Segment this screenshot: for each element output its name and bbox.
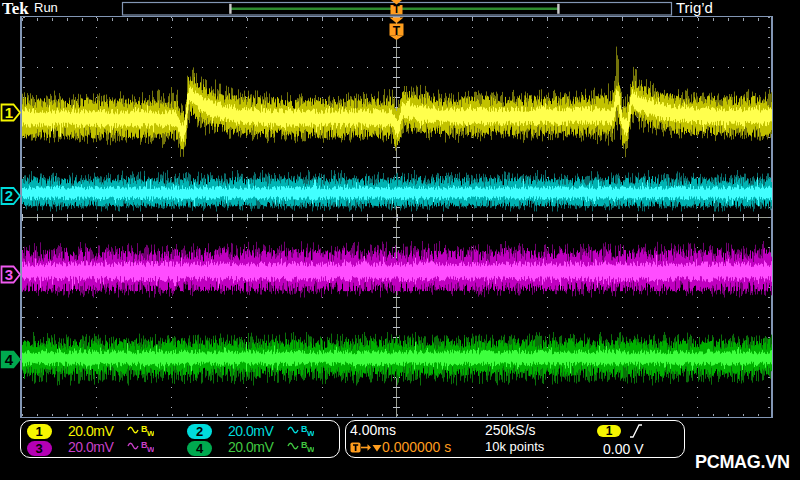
svg-text:2: 2 [5,187,13,204]
svg-text:T: T [393,3,400,15]
svg-text:4: 4 [5,351,14,368]
svg-text:W: W [307,445,314,453]
svg-text:1: 1 [5,104,13,121]
svg-text:T: T [393,24,401,38]
svg-text:3: 3 [5,266,13,283]
svg-text:W: W [147,445,154,453]
svg-text:W: W [307,429,314,437]
svg-text:W: W [147,429,154,437]
